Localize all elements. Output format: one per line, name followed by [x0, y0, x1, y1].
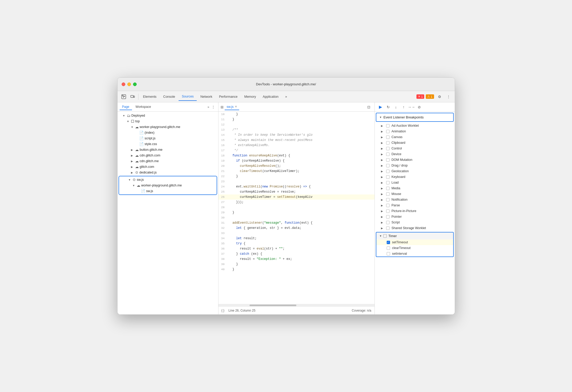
error-badge[interactable]: ✕ 1	[416, 94, 424, 99]
scrollbar-thumb[interactable]	[250, 305, 296, 306]
bp-checkbox[interactable]	[386, 221, 390, 224]
bp-checkbox[interactable]	[386, 124, 390, 127]
expand-icon[interactable]: ⊡	[365, 103, 372, 111]
warn-badge[interactable]: ⚠ 1	[426, 94, 434, 99]
tab-more[interactable]: »	[282, 93, 290, 101]
bp-sub-item-cleartimeout[interactable]: clearTimeout	[376, 245, 453, 251]
bp-item-load[interactable]: ▶ Load	[375, 180, 455, 185]
panel-more-btn[interactable]: »	[208, 105, 209, 109]
tab-network[interactable]: Network	[197, 93, 215, 101]
tree-item-worker-playground-sub[interactable]: ▼ ☁ worker-playground.glitch.me	[119, 183, 217, 188]
bp-item-ad-auction[interactable]: ▶ Ad Auction Worklet	[375, 123, 455, 129]
bp-checkbox[interactable]	[386, 209, 390, 213]
bp-item-shared-storage[interactable]: ▶ Shared Storage Worklet	[375, 225, 455, 231]
bp-checkbox[interactable]	[386, 164, 390, 167]
titlebar: DevTools - worker-playground.glitch.me/	[118, 78, 455, 91]
bp-item-control[interactable]: ▶ Control	[375, 146, 455, 151]
bp-item-device[interactable]: ▶ Device	[375, 151, 455, 157]
bp-item-notification[interactable]: ▶ Notification	[375, 197, 455, 202]
bp-item-drag-drop[interactable]: ▶ Drag / drop	[375, 163, 455, 168]
line-content: clearTimeout(curKeepAliveTimer);	[229, 169, 300, 174]
bp-checkbox[interactable]	[386, 192, 390, 196]
format-btn[interactable]: { }	[222, 309, 224, 312]
settimeout-checkbox[interactable]: ✓	[387, 241, 390, 244]
bp-checkbox[interactable]	[386, 158, 390, 162]
tree-item-sw-js-file[interactable]: 📄 sw.js	[119, 188, 217, 194]
tree-item-cdn-glitch-com[interactable]: ▶ ☁ cdn.glitch.com	[118, 153, 218, 158]
bp-item-keyboard[interactable]: ▶ Keyboard	[375, 174, 455, 180]
cleartimeout-checkbox[interactable]	[387, 246, 390, 250]
bp-item-pointer[interactable]: ▶ Pointer	[375, 214, 455, 220]
bp-sub-item-setinterval[interactable]: setInterval	[376, 251, 453, 257]
maximize-button[interactable]	[133, 82, 137, 86]
bp-checkbox[interactable]	[386, 198, 390, 201]
tree-item-cdn-glitch-me[interactable]: ▶ ☁ cdn.glitch.me	[118, 158, 218, 164]
bp-item-canvas[interactable]: ▶ Canvas	[375, 134, 455, 140]
bp-checkbox[interactable]	[386, 147, 390, 150]
tab-console[interactable]: Console	[160, 93, 178, 101]
tree-item-sw-js-worker[interactable]: ▼ ⚙ sw.js	[119, 177, 217, 183]
bp-checkbox[interactable]	[386, 215, 390, 218]
tree-item-top[interactable]: ▼ ☐ top	[118, 118, 218, 124]
tab-performance[interactable]: Performance	[216, 93, 241, 101]
tab-close-icon[interactable]: ✕	[235, 105, 237, 108]
bp-item-animation[interactable]: ▶ Animation	[375, 129, 455, 134]
settings-icon[interactable]: ⚙	[436, 93, 444, 101]
code-tab-sw-js[interactable]: sw.js ✕	[225, 104, 239, 110]
device-toggle-icon[interactable]	[128, 93, 137, 101]
bp-checkbox[interactable]	[386, 153, 390, 156]
bp-checkbox[interactable]	[386, 181, 390, 184]
tree-item-button-glitch[interactable]: ▶ ☁ button.glitch.me	[118, 147, 218, 153]
code-line: 14 * In order to keep the ServiceWorker'…	[218, 132, 375, 138]
bp-checkbox[interactable]	[386, 170, 390, 173]
bp-item-picture-in-picture[interactable]: ▶ Picture-in-Picture	[375, 208, 455, 214]
tab-application[interactable]: Application	[260, 93, 282, 101]
inspect-icon[interactable]	[120, 93, 128, 101]
code-area[interactable]: 10 } 11 } 12 13 /** 14 * I	[218, 112, 375, 304]
expand-icon: ▶	[381, 136, 384, 139]
code-scrollbar[interactable]	[218, 304, 375, 306]
bp-checkbox[interactable]	[386, 135, 390, 139]
tab-page[interactable]: Page	[120, 104, 132, 110]
bp-item-media[interactable]: ▶ Media	[375, 185, 455, 191]
tree-item-style-css[interactable]: 📄 style.css	[118, 141, 218, 147]
tree-item-glitch-com[interactable]: ▶ ☁ glitch.com	[118, 164, 218, 170]
bp-checkbox[interactable]	[386, 130, 390, 133]
bp-item-parse[interactable]: ▶ Parse	[375, 202, 455, 208]
tab-workspace[interactable]: Workspace	[133, 104, 154, 110]
setinterval-checkbox[interactable]	[387, 252, 390, 255]
bp-checkbox[interactable]	[386, 227, 390, 230]
tab-sources[interactable]: Sources	[179, 93, 197, 101]
tree-item-worker-playground[interactable]: ▼ ☁ worker-playground.glitch.me	[118, 124, 218, 130]
bp-checkbox[interactable]	[386, 141, 390, 145]
bp-item-geolocation[interactable]: ▶ Geolocation	[375, 168, 455, 174]
tab-memory[interactable]: Memory	[241, 93, 259, 101]
panel-menu-btn[interactable]: ⋮	[210, 105, 216, 109]
timer-checkbox-partial[interactable]: −	[383, 234, 387, 238]
bp-checkbox[interactable]	[386, 187, 390, 190]
minimize-button[interactable]	[127, 82, 131, 86]
step-into-btn[interactable]: ↓	[392, 103, 400, 111]
bp-item-dom-mutation[interactable]: ▶ DOM Mutation	[375, 157, 455, 163]
bp-checkbox[interactable]	[386, 175, 390, 179]
step-btn[interactable]: →→	[408, 103, 415, 111]
tree-item-dedicated-js[interactable]: ▶ ⚙ dedicated.js	[118, 170, 218, 175]
step-out-btn[interactable]: ↑	[400, 103, 407, 111]
step-over-btn[interactable]: ↻	[385, 103, 392, 111]
deactivate-btn[interactable]: ⊘	[416, 103, 423, 111]
bp-sub-item-settimeout[interactable]: ✓ setTimeout	[376, 239, 453, 245]
bp-checkbox[interactable]	[386, 204, 390, 207]
close-button[interactable]	[122, 82, 125, 86]
bp-item-script[interactable]: ▶ Script	[375, 220, 455, 225]
bp-label: Animation	[392, 130, 406, 133]
resume-btn[interactable]: ▶	[377, 103, 384, 111]
tree-item-index[interactable]: 📄 (index)	[118, 130, 218, 135]
bp-item-clipboard[interactable]: ▶ Clipboard	[375, 140, 455, 146]
more-menu-icon[interactable]: ⋮	[444, 93, 453, 101]
tree-item-deployed[interactable]: ▼ 🗂 Deployed	[118, 113, 218, 118]
tree-item-script-js[interactable]: 📄 script.js	[118, 135, 218, 141]
bp-item-mouse[interactable]: ▶ Mouse	[375, 191, 455, 197]
tab-elements[interactable]: Elements	[140, 93, 160, 101]
breakpoints-header[interactable]: ▼ Event Listener Breakpoints	[376, 113, 454, 122]
timer-section-header[interactable]: ▼ − Timer	[376, 232, 453, 239]
